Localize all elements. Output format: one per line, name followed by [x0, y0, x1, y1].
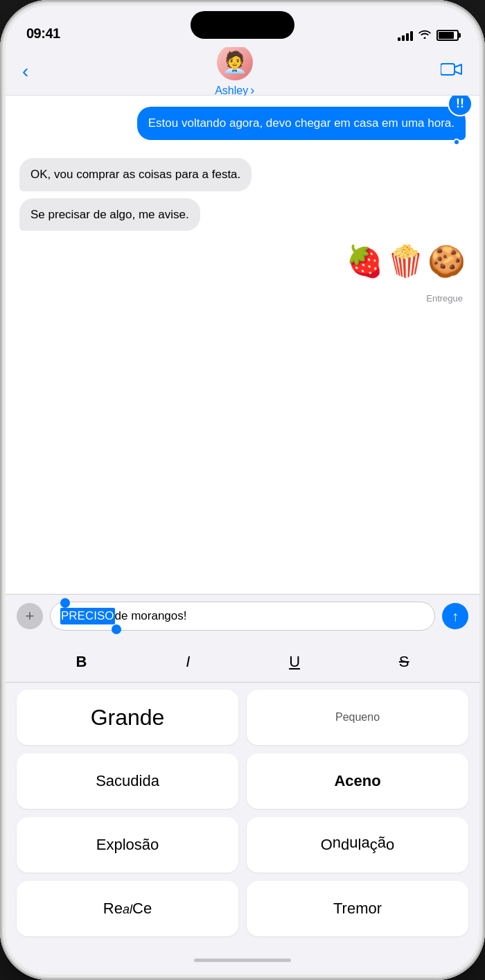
plus-icon: + [26, 607, 35, 625]
effect-realce-label: RealCe [103, 900, 152, 918]
strikethrough-format-button[interactable]: S [388, 649, 421, 675]
effect-realce-button[interactable]: RealCe [17, 881, 238, 936]
message-text: Se precisar de algo, me avise. [30, 208, 189, 221]
text-input-content[interactable]: PRECISO de morangos! [60, 608, 186, 624]
wifi-icon [418, 29, 431, 42]
phone-frame: 09:41 ‹ [0, 0, 485, 980]
effect-ondulacao-label: Ondulação [321, 836, 395, 854]
cursor-handle-end [112, 624, 121, 634]
video-call-button[interactable] [441, 60, 463, 82]
effect-aceno-label: Aceno [334, 772, 380, 790]
message-row: OK, vou comprar as coisas para a festa. [19, 158, 466, 191]
bold-format-button[interactable]: B [64, 649, 98, 675]
cursor-handle-start [60, 598, 70, 608]
effect-sacudida-label: Sacudida [96, 772, 159, 790]
nav-bar: ‹ 🧑‍💼 Ashley [6, 47, 479, 96]
send-button[interactable]: ↑ [442, 603, 468, 629]
message-text: OK, vou comprar as coisas para a festa. [30, 168, 240, 181]
add-attachment-button[interactable]: + [17, 603, 43, 629]
effect-tremor-label: Tremor [333, 900, 382, 918]
effect-tremor-button[interactable]: Tremor [247, 881, 468, 936]
phone-screen: 09:41 ‹ [6, 6, 479, 974]
effect-aceno-button[interactable]: Aceno [247, 753, 468, 809]
message-row: Se precisar de algo, me avise. [19, 198, 466, 231]
send-icon: ↑ [452, 609, 459, 624]
effect-grande-button[interactable]: Grande [17, 690, 238, 745]
selected-text: PRECISO [60, 608, 115, 624]
message-input[interactable]: PRECISO de morangos! [50, 602, 435, 631]
message-bubble-outgoing: Estou voltando agora, devo chegar em cas… [137, 107, 466, 140]
avatar-memoji: 🧑‍💼 [222, 52, 247, 73]
effect-ondulacao-button[interactable]: Ondulação [247, 817, 468, 873]
svg-rect-0 [441, 64, 455, 75]
back-button[interactable]: ‹ [22, 60, 28, 82]
message-bubble-incoming: OK, vou comprar as coisas para a festa. [19, 158, 252, 191]
back-chevron-icon: ‹ [22, 60, 28, 82]
battery-icon [436, 30, 459, 41]
signal-icon [398, 30, 413, 41]
input-area: + PRECISO de morangos! ↑ [6, 594, 479, 639]
status-icons [398, 29, 459, 42]
effect-sacudida-button[interactable]: Sacudida [17, 753, 238, 809]
italic-format-button[interactable]: I [175, 649, 201, 675]
dynamic-island [191, 11, 294, 39]
home-indicator [6, 950, 479, 974]
effect-pequeno-button[interactable]: Pequeno [247, 690, 468, 745]
input-text-after: de morangos! [115, 608, 187, 624]
emoji-strawberry: 🍓 [346, 243, 384, 279]
tapback-reaction: !! [448, 96, 473, 116]
status-time: 09:41 [26, 26, 60, 42]
contact-info[interactable]: 🧑‍💼 Ashley [215, 44, 254, 98]
tapback-dot [453, 139, 460, 146]
delivered-label: Entregue [19, 293, 466, 304]
message-row: Estou voltando agora, devo chegar em cas… [19, 107, 466, 140]
effect-grande-label: Grande [91, 705, 165, 730]
effect-explosao-label: Explosão [96, 836, 159, 854]
effect-explosao-button[interactable]: Explosão [17, 817, 238, 873]
emoji-popcorn: 🍿 [387, 243, 425, 279]
effect-grid: Grande Pequeno Sacudida Aceno Explosão O… [6, 683, 479, 950]
underline-format-button[interactable]: U [278, 649, 311, 675]
message-text: Estou voltando agora, devo chegar em cas… [148, 116, 455, 130]
home-bar [194, 959, 291, 962]
avatar: 🧑‍💼 [217, 44, 253, 80]
emoji-message: 🍓 🍿 🍪 [19, 238, 466, 285]
emoji-cookie: 🍪 [427, 243, 466, 279]
effect-pequeno-label: Pequeno [335, 711, 380, 724]
formatting-toolbar: B I U S [6, 639, 479, 683]
chat-area: Estou voltando agora, devo chegar em cas… [6, 96, 479, 594]
message-bubble-incoming-2: Se precisar de algo, me avise. [19, 198, 200, 231]
